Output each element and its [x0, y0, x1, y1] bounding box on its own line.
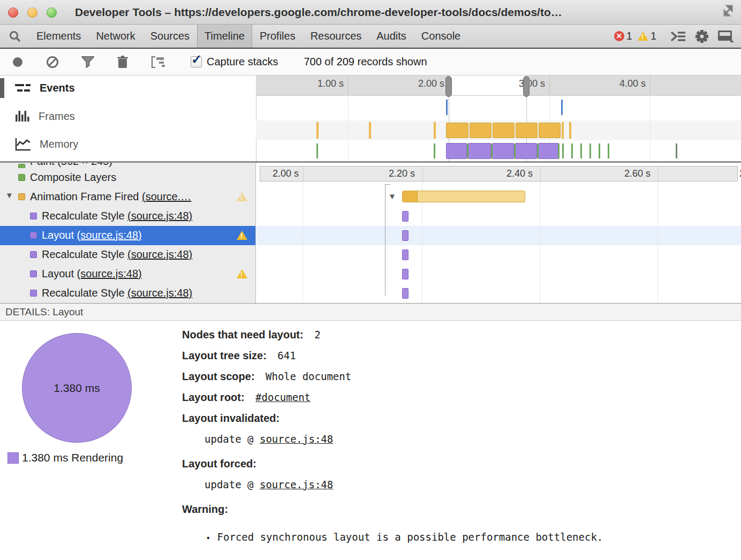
disclosure-triangle-icon[interactable]: ▼: [388, 192, 396, 201]
warning-bullet: • Forced synchronous layout is a possibl…: [207, 531, 728, 543]
capture-stacks-checkbox[interactable]: ✓: [191, 56, 202, 67]
tree-row[interactable]: Paint (562 × 245): [0, 163, 256, 168]
tab-network[interactable]: Network: [88, 25, 142, 48]
record-bar-purple[interactable]: [402, 230, 409, 241]
detail-label: Warning:: [182, 503, 228, 515]
tab-resources[interactable]: Resources: [303, 25, 369, 48]
tab-timeline[interactable]: Timeline: [197, 25, 252, 48]
tree-row[interactable]: Composite Layers: [0, 168, 256, 187]
detail-value: Whole document: [266, 370, 351, 382]
records-section: Paint (562 × 245)Composite Layers▼Animat…: [0, 163, 741, 303]
tab-profiles[interactable]: Profiles: [252, 25, 303, 48]
gc-tick: [562, 143, 564, 158]
minimize-button[interactable]: [27, 7, 37, 18]
tree-row[interactable]: Recalculate Style (source.js:48): [0, 245, 256, 264]
ruler-tick: [348, 75, 349, 95]
record-bar-purple[interactable]: [402, 211, 409, 222]
flame-ruler: 2.00 s2.20 s2.40 s2.60 s2: [260, 166, 738, 181]
record-type-swatch: [18, 193, 25, 200]
gc-tick: [537, 143, 539, 158]
stack-entry: update @ source.js:48: [205, 478, 728, 492]
record-title: Recalculate Style (source.js:48): [42, 248, 192, 261]
gc-tick: [467, 143, 468, 158]
memory-icon: [15, 137, 31, 151]
tree-row[interactable]: Layout (source.js:48): [0, 226, 256, 245]
tree-row[interactable]: Recalculate Style (source.js:48): [0, 284, 256, 303]
tree-row[interactable]: Layout (source.js:48): [0, 264, 256, 284]
tree-row[interactable]: Recalculate Style (source.js:48): [0, 207, 256, 226]
error-badge-icon[interactable]: ✕: [614, 31, 624, 41]
animation-frame-fired-bar[interactable]: [402, 191, 525, 202]
settings-gear-icon[interactable]: [695, 29, 709, 43]
record-type-swatch: [18, 164, 25, 168]
trash-button[interactable]: [117, 56, 128, 69]
close-button[interactable]: [8, 7, 18, 18]
frame-bar: [516, 123, 538, 138]
ruler-label: 4.00 s: [561, 78, 646, 89]
frames-mode-icon[interactable]: [151, 56, 167, 68]
stack-function: update @: [205, 433, 260, 445]
source-link[interactable]: source.js:48: [260, 433, 333, 445]
record-bar-purple[interactable]: [402, 249, 409, 260]
search-icon[interactable]: [9, 30, 21, 43]
ruler-label: 2: [738, 168, 741, 179]
expansion-connector-line: [385, 184, 385, 296]
overview-graph: 1.00 s2.00 s3.00 s4.00 s: [256, 75, 741, 161]
ruler-label: 1.00 s: [259, 78, 344, 89]
record-button[interactable]: [12, 56, 24, 68]
warning-count[interactable]: 1: [651, 30, 656, 42]
legend-label: 1.380 ms Rendering: [22, 451, 123, 464]
zoom-button[interactable]: [47, 7, 57, 18]
record-title: Recalculate Style (source.js:48): [42, 287, 192, 299]
record-title: Layout (source.js:48): [42, 229, 142, 241]
gc-tick: [514, 143, 516, 158]
record-title: Composite Layers: [30, 171, 116, 184]
disclosure-triangle-icon[interactable]: ▼: [5, 191, 13, 200]
error-count[interactable]: 1: [626, 30, 632, 42]
tabbar-right-controls: ✕ 1 1: [614, 29, 735, 43]
record-type-swatch: [18, 174, 25, 181]
selection-handle[interactable]: [523, 76, 530, 97]
ruler-label: 2.20 s: [340, 168, 415, 179]
filter-button[interactable]: [81, 56, 94, 68]
sidebar-item-events[interactable]: Events: [15, 82, 75, 94]
dock-side-icon[interactable]: [717, 30, 735, 43]
detail-label: Layout tree size:: [182, 350, 267, 361]
sidebar-item-label: Memory: [40, 138, 78, 150]
source-link[interactable]: (source.js:48): [127, 248, 192, 260]
console-drawer-icon[interactable]: [670, 31, 686, 42]
detail-label: Layout forced:: [182, 458, 256, 470]
record-bar-purple[interactable]: [402, 269, 409, 279]
events-icon: [15, 82, 31, 94]
details-header: DETAILS: Layout: [0, 303, 741, 321]
tab-console[interactable]: Console: [414, 25, 468, 48]
gridline: [540, 181, 540, 303]
tab-sources[interactable]: Sources: [143, 25, 197, 48]
sidebar-item-frames[interactable]: Frames: [15, 110, 75, 123]
capture-stacks-label[interactable]: Capture stacks: [207, 56, 278, 68]
overview-sidebar: Events Frames Memory: [0, 75, 256, 161]
source-link[interactable]: (source.js:48): [77, 268, 142, 279]
resize-fullscreen-icon[interactable]: [720, 3, 736, 19]
source-link[interactable]: (source.js:48): [77, 229, 142, 241]
source-link[interactable]: (source.…: [142, 191, 191, 202]
gc-tick: [434, 143, 435, 158]
warning-badge-icon[interactable]: [638, 32, 648, 41]
event-tick: [561, 100, 563, 115]
stack-entry: update @ source.js:48: [205, 432, 728, 447]
detail-row: Layout tree size: 641: [182, 349, 728, 364]
source-link[interactable]: source.js:48: [260, 479, 333, 490]
selection-handle[interactable]: [445, 76, 452, 97]
tab-elements[interactable]: Elements: [29, 25, 88, 48]
source-link[interactable]: (source.js:48): [127, 287, 192, 299]
sidebar-item-label: Frames: [39, 110, 75, 123]
record-bar-purple[interactable]: [402, 288, 409, 299]
source-link[interactable]: (source.js:48): [127, 210, 192, 222]
layout-root-link[interactable]: #document: [255, 391, 311, 403]
tab-audits[interactable]: Audits: [369, 25, 414, 48]
clear-button[interactable]: [46, 56, 59, 69]
record-type-swatch: [30, 232, 37, 239]
sidebar-item-memory[interactable]: Memory: [15, 137, 78, 151]
tree-row[interactable]: ▼Animation Frame Fired (source.…: [0, 187, 256, 207]
ruler-separator: [658, 167, 659, 181]
